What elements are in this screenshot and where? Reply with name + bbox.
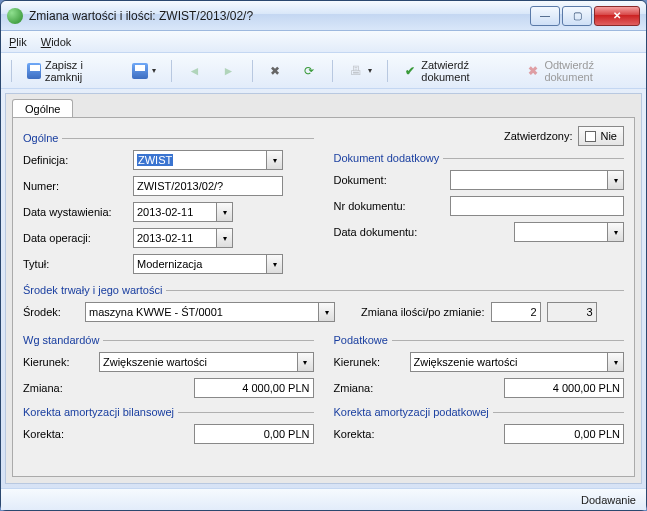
zmiana-ilosci-label: Zmiana ilości/po zmianie: <box>361 306 485 318</box>
kierunek-pod-value: Zwiększenie wartości <box>414 356 606 368</box>
nrdok-label: Nr dokumentu: <box>334 200 444 212</box>
dropdown-caret-icon: ▾ <box>216 203 232 221</box>
save-close-button[interactable]: Zapisz i zamknij <box>20 58 121 84</box>
korekta-pod-input[interactable] <box>504 424 624 444</box>
group-dokdod-title: Dokument dodatkowy <box>334 152 440 164</box>
korekta-bil-label: Korekta: <box>23 428 93 440</box>
dropdown-caret-icon: ▾ <box>318 303 334 321</box>
numer-input[interactable] <box>133 176 283 196</box>
tools-button[interactable]: ✖ <box>260 58 290 84</box>
red-x-icon: ✖ <box>526 63 540 79</box>
arrow-right-icon: ► <box>221 63 237 79</box>
group-wgstand-title: Wg standardów <box>23 334 99 346</box>
save-close-label: Zapisz i zamknij <box>45 59 114 83</box>
tools-icon: ✖ <box>267 63 283 79</box>
kierunek-std-select[interactable]: Zwiększenie wartości ▾ <box>99 352 314 372</box>
unapprove-doc-button[interactable]: ✖ Odtwierdź dokument <box>519 58 640 84</box>
checkbox-icon <box>585 131 596 142</box>
kierunek-std-value: Zwiększenie wartości <box>103 356 295 368</box>
korekta-bil-input[interactable] <box>194 424 314 444</box>
tab-ogolne[interactable]: Ogólne <box>12 99 73 118</box>
group-srodek-title: Środek trwały i jego wartości <box>23 284 162 296</box>
print-button[interactable]: 🖶 ▾ <box>341 58 379 84</box>
tytul-value: Modernizacja <box>137 258 264 270</box>
app-window: Zmiana wartości i ilości: ZWIST/2013/02/… <box>0 0 647 511</box>
tytul-select[interactable]: Modernizacja ▾ <box>133 254 283 274</box>
statusbar: Dodawanie <box>1 488 646 510</box>
approve-doc-button[interactable]: ✔ Zatwierdź dokument <box>396 58 515 84</box>
panel-ogolne: Zatwierdzony: Nie Ogólne Definicja: ZWIS <box>12 117 635 477</box>
dokument-select[interactable]: ▾ <box>450 170 625 190</box>
nrdok-input[interactable] <box>450 196 625 216</box>
minimize-button[interactable]: — <box>530 6 560 26</box>
approved-field: Zatwierdzony: Nie <box>504 126 624 146</box>
save-icon <box>132 63 148 79</box>
data-wystawienia-picker[interactable]: 2013-02-11 ▾ <box>133 202 233 222</box>
print-icon: 🖶 <box>348 63 364 79</box>
dropdown-caret-icon: ▾ <box>266 255 282 273</box>
dropdown-caret-icon: ▾ <box>297 353 313 371</box>
data-wystawienia-label: Data wystawienia: <box>23 206 127 218</box>
save-button[interactable]: ▾ <box>125 58 163 84</box>
srodek-select[interactable]: maszyna KWWE - ŚT/0001 ▾ <box>85 302 335 322</box>
dropdown-caret-icon: ▾ <box>607 353 623 371</box>
refresh-button[interactable]: ⟳ <box>294 58 324 84</box>
definicja-value: ZWIST <box>137 154 173 166</box>
dropdown-caret-icon: ▾ <box>607 223 623 241</box>
tytul-label: Tytuł: <box>23 258 127 270</box>
datadok-label: Data dokumentu: <box>334 226 444 238</box>
unapprove-doc-label: Odtwierdź dokument <box>544 59 633 83</box>
maximize-button[interactable]: ▢ <box>562 6 592 26</box>
dropdown-caret-icon: ▾ <box>607 171 623 189</box>
zmiana-std-input[interactable] <box>194 378 314 398</box>
korekta-pod-label: Korekta: <box>334 428 404 440</box>
nav-forward-button[interactable]: ► <box>214 58 244 84</box>
po-zmianie-output <box>547 302 597 322</box>
check-icon: ✔ <box>403 63 417 79</box>
group-podatkowe-title: Podatkowe <box>334 334 388 346</box>
dokument-label: Dokument: <box>334 174 444 186</box>
kierunek-pod-label: Kierunek: <box>334 356 404 368</box>
zmiana-ilosci-input[interactable] <box>491 302 541 322</box>
approved-toggle[interactable]: Nie <box>578 126 624 146</box>
zmiana-pod-label: Zmiana: <box>334 382 404 394</box>
data-operacji-picker[interactable]: 2013-02-11 ▾ <box>133 228 233 248</box>
data-operacji-label: Data operacji: <box>23 232 127 244</box>
srodek-label: Środek: <box>23 306 79 318</box>
srodek-value: maszyna KWWE - ŚT/0001 <box>89 306 316 318</box>
toolbar: Zapisz i zamknij ▾ ◄ ► ✖ ⟳ 🖶 ▾ ✔ Zatwier… <box>1 53 646 89</box>
dropdown-caret-icon: ▾ <box>266 151 282 169</box>
status-text: Dodawanie <box>581 494 636 506</box>
group-ogolne-title: Ogólne <box>23 132 58 144</box>
zmiana-pod-input[interactable] <box>504 378 624 398</box>
window-title: Zmiana wartości i ilości: ZWIST/2013/02/… <box>29 9 530 23</box>
close-button[interactable]: ✕ <box>594 6 640 26</box>
tabstrip: Ogólne <box>6 94 641 117</box>
dropdown-caret-icon: ▾ <box>216 229 232 247</box>
definicja-select[interactable]: ZWIST ▾ <box>133 150 283 170</box>
approve-doc-label: Zatwierdź dokument <box>421 59 508 83</box>
definicja-label: Definicja: <box>23 154 127 166</box>
kierunek-std-label: Kierunek: <box>23 356 93 368</box>
data-operacji-value: 2013-02-11 <box>137 232 214 244</box>
refresh-icon: ⟳ <box>301 63 317 79</box>
data-wystawienia-value: 2013-02-11 <box>137 206 214 218</box>
app-icon <box>7 8 23 24</box>
save-icon <box>27 63 41 79</box>
titlebar[interactable]: Zmiana wartości i ilości: ZWIST/2013/02/… <box>1 1 646 31</box>
zmiana-std-label: Zmiana: <box>23 382 93 394</box>
dropdown-caret-icon: ▾ <box>152 66 156 75</box>
menu-widok[interactable]: Widok <box>41 36 72 48</box>
group-korpod-title: Korekta amortyzacji podatkowej <box>334 406 489 418</box>
group-korbil-title: Korekta amortyzacji bilansowej <box>23 406 174 418</box>
dropdown-caret-icon: ▾ <box>368 66 372 75</box>
window-buttons: — ▢ ✕ <box>530 6 640 26</box>
menu-plik[interactable]: Plik <box>9 36 27 48</box>
numer-label: Numer: <box>23 180 127 192</box>
approved-label: Zatwierdzony: <box>504 130 572 142</box>
kierunek-pod-select[interactable]: Zwiększenie wartości ▾ <box>410 352 625 372</box>
nav-back-button[interactable]: ◄ <box>180 58 210 84</box>
datadok-picker[interactable]: ▾ <box>514 222 624 242</box>
menubar: Plik Widok <box>1 31 646 53</box>
client-area: Ogólne Zatwierdzony: Nie Ogólne Definicj <box>5 93 642 484</box>
